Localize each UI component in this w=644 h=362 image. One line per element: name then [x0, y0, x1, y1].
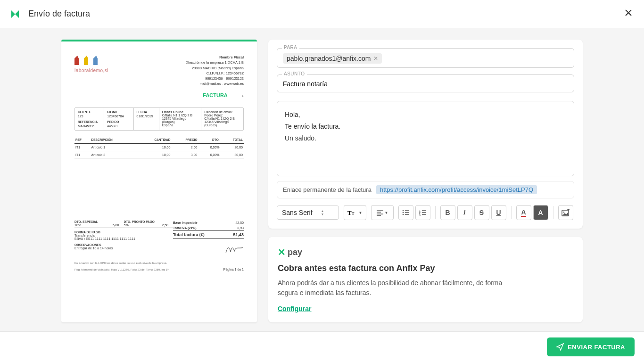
editor-toolbar: Sans Serif ▲▼ TT ▼ ▼ 123	[277, 205, 574, 220]
app-logo	[9, 8, 21, 20]
highlight-icon: A	[538, 209, 543, 216]
underline-button[interactable]: U	[491, 205, 506, 220]
text-color-button[interactable]: A	[516, 205, 531, 220]
svg-text:3: 3	[419, 214, 421, 216]
message-body[interactable]: Hola, Te envío la factura. Un saludo.	[277, 101, 574, 176]
line-items-table: REF DESCRIPCIÓN CANTIDAD PRECIO DTO. TOT…	[74, 136, 244, 159]
font-size-icon: TT	[347, 209, 358, 216]
signature-icon	[173, 243, 244, 258]
highlight-button[interactable]: A	[533, 205, 548, 220]
align-button[interactable]: ▼	[371, 205, 394, 220]
recipient-chip[interactable]: pablo.granados1@anfix.com ✕	[283, 53, 382, 64]
image-icon: +	[561, 209, 570, 216]
footer-bar: ENVIAR FACTURA	[0, 331, 644, 334]
header: Envío de factura	[0, 0, 644, 28]
underline-icon: U	[496, 209, 501, 216]
italic-icon: I	[463, 209, 466, 216]
chevron-updown-icon: ▲▼	[321, 209, 324, 216]
svg-text:T: T	[352, 212, 355, 216]
table-row: IT1Artículo 210,003,000,00%30,00	[74, 151, 244, 159]
text-color-icon: A	[521, 208, 526, 217]
pay-logo: ✕pay	[278, 247, 573, 258]
font-select[interactable]: Sans Serif ▲▼	[277, 206, 339, 220]
recipient-field[interactable]: PARA pablo.granados1@anfix.com ✕	[277, 48, 574, 68]
page-title: Envío de factura	[28, 9, 90, 19]
fiscal-info: Nombre Fiscal Dirección de la empresa 1 …	[186, 55, 244, 99]
svg-text:+: +	[567, 209, 570, 212]
close-icon	[624, 8, 633, 17]
numbered-list-icon: 123	[419, 209, 427, 216]
font-size-button[interactable]: TT ▼	[344, 205, 366, 220]
company-name: laboraldemo,sl	[74, 68, 108, 73]
bullet-list-icon	[402, 209, 410, 216]
insert-image-button[interactable]: +	[558, 205, 573, 220]
bold-button[interactable]: B	[440, 205, 455, 220]
strikethrough-icon: S	[479, 209, 484, 216]
subject-input[interactable]	[283, 80, 568, 88]
strikethrough-button[interactable]: S	[474, 205, 489, 220]
svg-point-4	[402, 214, 404, 215]
italic-button[interactable]: I	[457, 205, 472, 220]
table-row: IT1Artículo 110,002,000,00%20,00	[74, 144, 244, 151]
permalink-row: Enlace permanente de la factura https://…	[277, 181, 574, 198]
svg-text:T: T	[347, 209, 352, 216]
pay-description: Ahora podrás dar a tus clientes la posib…	[278, 278, 513, 298]
svg-point-9	[563, 212, 564, 213]
align-left-icon	[376, 209, 384, 216]
numbered-list-button[interactable]: 123	[415, 205, 430, 220]
bold-icon: B	[445, 209, 450, 216]
subject-field[interactable]: ASUNTO	[277, 74, 574, 92]
company-logo	[74, 55, 108, 65]
svg-point-3	[402, 212, 404, 214]
configure-link[interactable]: Configurar	[278, 305, 312, 313]
info-boxes: CLIENTE123 REFERENCIAMAD45896 CIF/NIF123…	[74, 107, 244, 131]
email-form: PARA pablo.granados1@anfix.com ✕ ASUNTO …	[268, 40, 583, 229]
permalink-url[interactable]: https://profit.anfix.com/profit/access/i…	[376, 185, 537, 194]
svg-point-2	[402, 210, 404, 212]
pay-promo: ✕pay Cobra antes esta factura con Anfix …	[268, 237, 583, 322]
chip-remove-icon[interactable]: ✕	[373, 55, 378, 62]
invoice-preview: laboraldemo,sl Nombre Fiscal Dirección d…	[61, 40, 257, 322]
pay-title: Cobra antes esta factura con Anfix Pay	[278, 263, 573, 273]
close-button[interactable]	[622, 7, 635, 21]
bullet-list-button[interactable]	[398, 205, 413, 220]
